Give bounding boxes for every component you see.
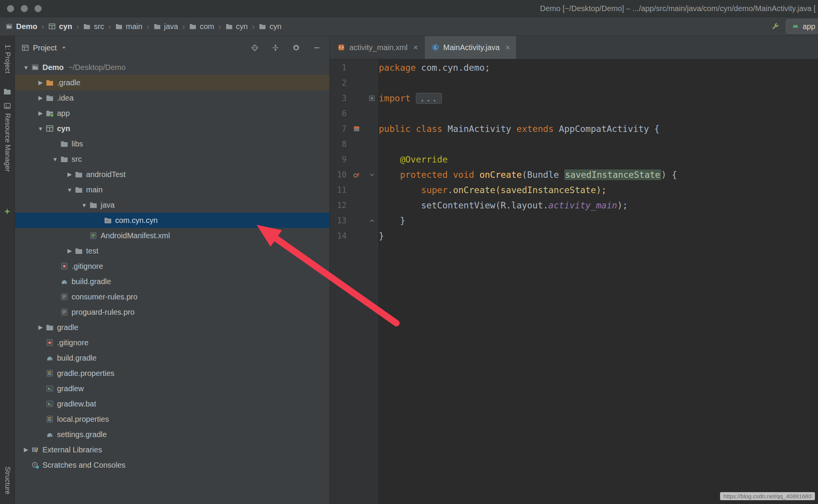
chevron-down-icon[interactable]: ▼ [36, 125, 46, 132]
tree-item-icon-wrap [60, 308, 72, 316]
script-file-icon [46, 400, 54, 408]
tree-item-test[interactable]: ▶test [15, 243, 329, 259]
tree-item-label: local.properties [57, 415, 109, 424]
class-marker-gutter[interactable] [347, 125, 367, 133]
chevron-right-icon[interactable]: ▶ [65, 247, 75, 254]
chevron-right-icon[interactable]: ▶ [21, 446, 31, 453]
breadcrumb-item-main-3[interactable]: main [115, 22, 142, 31]
close-button[interactable] [7, 5, 14, 12]
tree-item-androidmanifest-xml[interactable]: AndroidManifest.xml [15, 228, 329, 243]
build-icon[interactable] [3, 207, 11, 216]
chevron-right-icon[interactable]: ▶ [36, 79, 46, 86]
svg-text:C: C [434, 45, 437, 50]
fold-plus-icon [368, 94, 376, 102]
properties-file-icon [46, 415, 54, 423]
tree-item-main[interactable]: ▼main [15, 182, 329, 197]
breadcrumb-item-cyn-6[interactable]: cyn [225, 22, 248, 31]
line-number: 8 [330, 140, 347, 149]
tree-item-gradlew-bat[interactable]: gradlew.bat [15, 396, 329, 411]
tree-item-src[interactable]: ▼src [15, 151, 329, 167]
tree-item-gradle-properties[interactable]: gradle.properties [15, 366, 329, 381]
minimize-button[interactable] [21, 5, 28, 12]
breadcrumb-item-src-2[interactable]: src [83, 22, 104, 31]
tree-item-external-libraries[interactable]: ▶External Libraries [15, 442, 329, 457]
tree-item-gitignore[interactable]: .gitignore [15, 259, 329, 274]
tree-item-icon-wrap [46, 124, 57, 133]
tree-item-scratches-and-consoles[interactable]: Scratches and Consoles [15, 457, 329, 473]
tool-window-button-structure[interactable]: Structure [3, 467, 11, 494]
tree-item-icon-wrap [31, 445, 42, 454]
project-tree: ▼Demo~/Desktop/Demo▶.gradle▶.idea▶app▼cy… [15, 60, 329, 473]
chevron-down-icon[interactable] [60, 44, 68, 52]
tree-item-label: gradle.properties [57, 369, 114, 378]
folder-icon [115, 23, 123, 30]
chevron-right-icon[interactable]: ▶ [36, 110, 46, 117]
project-tool-icon[interactable] [3, 87, 11, 96]
tree-item-gradle[interactable]: ▶.gradle [15, 75, 329, 90]
breadcrumb-item-demo-0[interactable]: Demo [5, 22, 37, 31]
tree-item-local-properties[interactable]: local.properties [15, 411, 329, 427]
tree-item-idea[interactable]: ▶.idea [15, 90, 329, 106]
tree-item-libs[interactable]: libs [15, 136, 329, 151]
tree-item-icon-wrap [46, 338, 57, 347]
locate-button[interactable] [251, 44, 259, 52]
tree-item-icon-wrap [31, 461, 42, 469]
chevron-right-icon[interactable]: ▶ [65, 171, 75, 178]
folder-icon [153, 23, 161, 30]
breadcrumb-label: cyn [59, 22, 72, 31]
wrench-icon[interactable] [771, 22, 780, 31]
override-marker-gutter[interactable] [347, 171, 367, 179]
libraries-icon [31, 445, 39, 454]
tree-item-build-gradle[interactable]: build.gradle [15, 350, 329, 366]
code-line-8: 8 [330, 137, 818, 152]
project-panel-title[interactable]: Project [33, 44, 57, 52]
close-icon[interactable]: × [505, 43, 510, 52]
tree-item-gitignore[interactable]: .gitignore [15, 335, 329, 350]
hide-button[interactable] [313, 44, 321, 52]
resource-manager-icon[interactable] [3, 102, 11, 110]
code-line-11: 11 super.onCreate(savedInstanceState); [330, 182, 818, 198]
tree-item-gradlew[interactable]: gradlew [15, 381, 329, 396]
tool-window-button-resource-manager[interactable]: Resource Manager [3, 113, 11, 172]
run-configuration-chip[interactable]: app [786, 19, 818, 34]
chevron-down-icon[interactable]: ▼ [79, 202, 89, 208]
tree-item-build-gradle[interactable]: build.gradle [15, 274, 329, 289]
tree-item-java[interactable]: ▼java [15, 197, 329, 213]
scratches-icon [31, 461, 39, 469]
code-line-7: 7public class MainActivity extends AppCo… [330, 121, 818, 137]
fold-close-marker[interactable] [367, 217, 377, 224]
tree-item-icon-wrap [46, 430, 57, 439]
breadcrumb-item-java-4[interactable]: java [153, 22, 178, 31]
tool-window-button-project[interactable]: 1: Project [3, 44, 11, 73]
chevron-down-icon[interactable]: ▼ [21, 64, 31, 71]
tree-item-app[interactable]: ▶app [15, 106, 329, 121]
tree-item-icon-wrap [104, 216, 115, 224]
collapse-all-button[interactable] [271, 44, 280, 52]
tree-item-com-cyn-cyn[interactable]: com.cyn.cyn [15, 213, 329, 228]
breadcrumb-separator: › [252, 22, 255, 31]
tree-item-gradle[interactable]: ▶gradle [15, 320, 329, 335]
chevron-down-icon[interactable]: ▼ [65, 187, 75, 193]
fold-plus-marker[interactable] [367, 94, 377, 102]
breadcrumb-item-com-5[interactable]: com [189, 22, 214, 31]
chevron-down-icon[interactable]: ▼ [50, 156, 60, 163]
settings-button[interactable] [292, 44, 300, 52]
chevron-right-icon[interactable]: ▶ [36, 94, 46, 101]
tab-activity-main-xml[interactable]: activity_main.xml× [331, 36, 425, 59]
tab-mainactivity-java[interactable]: CMainActivity.java× [425, 36, 517, 59]
breadcrumb-item-cyn-1[interactable]: cyn [48, 22, 72, 31]
tree-item-proguard-rules-pro[interactable]: proguard-rules.pro [15, 304, 329, 320]
tree-item-consumer-rules-pro[interactable]: consumer-rules.pro [15, 289, 329, 304]
tree-item-cyn[interactable]: ▼cyn [15, 121, 329, 136]
chevron-right-icon[interactable]: ▶ [36, 324, 46, 331]
zoom-button[interactable] [34, 5, 42, 12]
code-editor[interactable]: 1package com.cyn.demo;23import ...67publ… [330, 59, 818, 504]
tree-item-icon-wrap [89, 201, 101, 209]
tree-item-icon-wrap [75, 185, 86, 194]
breadcrumb-item-cyn-7[interactable]: cyn [259, 22, 281, 31]
tree-item-settings-gradle[interactable]: settings.gradle [15, 427, 329, 442]
close-icon[interactable]: × [413, 43, 418, 52]
fold-open-marker[interactable] [367, 171, 377, 179]
tree-item-demo[interactable]: ▼Demo~/Desktop/Demo [15, 60, 329, 75]
tree-item-androidtest[interactable]: ▶androidTest [15, 167, 329, 182]
